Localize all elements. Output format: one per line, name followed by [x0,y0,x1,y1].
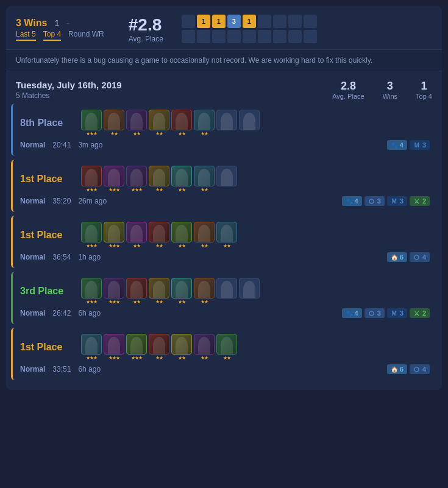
placement-cell-0-8 [304,15,317,28]
champ-icon-0-4 [171,110,192,130]
match-card-0[interactable]: 8th Place★★★★★★★★★★★★★Normal20:413m ago🐾… [11,104,437,156]
champ-slot-3-2: ★★ [126,278,147,305]
champ-stars-4-3: ★★ [155,355,163,361]
champ-icon-4-2 [126,334,147,355]
match-duration-0: 20:41 [52,141,71,149]
badge-count-0-0: 4 [400,141,404,149]
badge-count-3-2: 3 [400,309,404,317]
champ-slot-4-0: ★★★ [81,334,102,361]
champ-slot-1-5: ★★ [194,166,215,193]
match-meta-1: Normal35:2026m ago [20,197,107,205]
placement-grid: 1 1 3 1 [182,15,317,43]
champ-slot-0-5: ★★ [194,110,215,136]
champ-stars-1-0: ★★★ [86,187,97,193]
placement-cell-1-8 [304,30,317,43]
main-container: 3 Wins 1 - Last 5 Top 4 Round WR #2.8 Av… [6,6,442,390]
badge-icon-3-0: 🐾 [346,309,353,317]
champ-slot-3-5: ★★ [194,278,215,305]
date-stat-top4: 1 Top 4 [416,80,432,100]
match-type-4: Normal [20,365,45,373]
champ-icon-0-1 [104,110,124,130]
header: 3 Wins 1 - Last 5 Top 4 Round WR #2.8 Av… [6,6,442,50]
placement-row-1: 1 1 3 1 [182,15,317,28]
champ-icon-2-0 [81,222,102,242]
champ-slot-2-6: ★★ [216,222,237,249]
champ-slot-0-0: ★★★ [81,110,102,136]
champ-icon-3-5 [194,278,215,299]
date-title: Tuesday, July 16th, 2019 [16,80,320,90]
champ-slot-1-4: ★★ [171,166,192,193]
badge-4-0: 🏠6 [387,364,407,374]
champ-slot-1-6 [216,166,237,193]
date-stats: 2.8 Avg. Place 3 Wins 1 Top 4 [332,80,432,100]
placement-cell-1-4 [243,30,256,43]
champ-stars-2-2: ★★ [133,243,140,249]
champ-icon-3-1 [104,278,124,299]
badge-icon-2-0: 🏠 [391,253,398,261]
badge-2-1: ⬡4 [410,252,430,262]
placement-cell-1-3 [227,30,241,43]
badge-count-1-0: 4 [355,197,358,205]
match-card-2[interactable]: 1st Place★★★★★★★★★★★★★★★★Normal36:541h a… [11,216,437,268]
champ-slot-2-4: ★★ [171,222,192,249]
wins-label: 3 Wins [16,18,47,29]
champ-stars-3-2: ★★ [133,299,140,305]
tab-round-wr[interactable]: Round WR [68,30,104,41]
badge-4-1: ⬡4 [410,364,430,374]
match-bottom-4: Normal33:516h ago🏠6⬡4 [20,364,430,374]
champ-slot-1-0: ★★★ [81,166,102,193]
champ-slot-4-3: ★★ [149,334,169,361]
champ-stars-2-4: ★★ [178,243,185,249]
champ-icon-1-0 [81,166,102,186]
badge-3-0: 🐾4 [342,308,362,318]
match-card-4[interactable]: 1st Place★★★★★★★★★★★★★★★★★Normal33:516h … [11,328,437,380]
match-top-2: 1st Place★★★★★★★★★★★★★★★★ [20,222,430,249]
champ-icon-1-6 [216,166,237,186]
match-time-1: 26m ago [78,197,107,205]
header-top-row: 3 Wins 1 - [16,18,104,29]
tab-last5[interactable]: Last 5 [16,30,36,41]
champ-slot-0-2: ★★ [126,110,147,136]
champ-icon-2-2 [126,222,147,242]
champ-slot-4-1: ★★★ [104,334,124,361]
match-card-1[interactable]: 1st Place★★★★★★★★★★★★★★★Normal35:2026m a… [11,160,437,212]
match-meta-0: Normal20:413m ago [20,141,102,149]
match-meta-4: Normal33:516h ago [20,365,101,373]
champ-stars-4-1: ★★★ [108,355,119,361]
champs-row-0: ★★★★★★★★★★★★★ [81,110,430,136]
badge-3-3: ⚔2 [410,308,430,318]
badge-icon-1-1: ⬡ [368,197,375,205]
badge-2-0: 🏠6 [387,252,407,262]
place-label-3: 3rd Place [20,286,75,297]
match-meta-3: Normal26:426h ago [20,309,101,317]
match-time-0: 3m ago [78,141,102,149]
champ-slot-4-5: ★★ [194,334,215,361]
champ-stars-1-4: ★★ [178,187,185,193]
badge-icon-1-2: M [391,197,398,205]
champs-row-1: ★★★★★★★★★★★★★★★ [81,166,430,193]
wins-value: 3 [383,80,397,93]
champ-slot-0-7 [239,110,260,136]
champ-icon-4-3 [149,334,169,355]
champ-stars-0-4: ★★ [178,131,185,136]
badge-icon-3-3: ⚔ [413,309,421,317]
champ-icon-4-5 [194,334,215,355]
match-card-3[interactable]: 3rd Place★★★★★★★★★★★★★★Normal26:426h ago… [11,272,437,324]
champ-slot-0-6 [216,110,237,136]
badge-icon-0-1: M [413,141,421,149]
champ-stars-0-5: ★★ [201,131,208,136]
champs-row-4: ★★★★★★★★★★★★★★★★★ [81,334,430,361]
placement-cell-0-0 [182,15,195,28]
avg-place-label: Avg. Place [129,35,163,43]
champ-icon-1-5 [194,166,215,186]
avg-place-section: #2.8 Avg. Place [129,15,163,43]
champ-stars-4-2: ★★★ [131,355,142,361]
tab-top4[interactable]: Top 4 [43,30,61,41]
champ-icon-3-0 [81,278,102,299]
champ-slot-3-7 [239,278,260,305]
badge-count-1-1: 3 [377,197,381,205]
badge-count-1-3: 2 [422,197,426,205]
champ-slot-1-2: ★★★ [126,166,147,193]
champ-icon-3-4 [171,278,192,299]
notice-text: Unfortunately there is a bug causing a g… [16,56,372,65]
